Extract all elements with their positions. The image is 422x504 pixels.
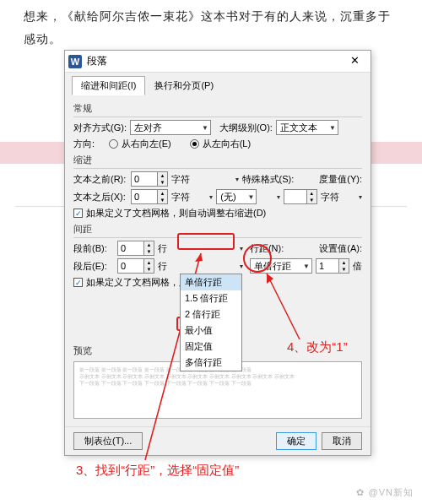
align-combo[interactable]: 左对齐▼: [130, 120, 211, 135]
align-label: 对齐方式(G):: [73, 122, 127, 134]
annot-step4: 4、改为“1”: [287, 339, 348, 355]
button-row: 制表位(T)... 确定 取消: [65, 426, 371, 455]
indent-after-spin[interactable]: 0▲▼: [131, 189, 168, 204]
ltr-label: 从左向右(L): [203, 138, 251, 150]
close-button[interactable]: ✕: [342, 53, 367, 70]
chevron-down-icon: ▼: [300, 263, 310, 270]
space-after-label: 段后(E):: [73, 260, 114, 273]
outline-label: 大纲级别(O):: [219, 122, 273, 134]
linespacing-option[interactable]: 2 倍行距: [181, 306, 241, 322]
linespacing-option[interactable]: 多倍行距: [181, 355, 241, 371]
space-before-spin[interactable]: 0▲▼: [117, 241, 154, 256]
ltr-radio[interactable]: [190, 139, 199, 149]
group-spacing: 间距: [73, 223, 362, 236]
cancel-button[interactable]: 取消: [322, 432, 362, 450]
outline-combo[interactable]: 正文文本▼: [276, 120, 338, 135]
special-label: 特殊格式(S):: [242, 173, 295, 186]
setvalue-label: 设置值(A):: [319, 242, 362, 255]
chevron-down-icon: ▼: [244, 193, 254, 201]
measure-spin[interactable]: ▲▼: [284, 189, 317, 204]
tabs-button[interactable]: 制表位(T)...: [73, 432, 143, 450]
watermark: ✿ @VN新知: [356, 486, 414, 499]
linespacing-option[interactable]: 1.5 倍行距: [181, 290, 241, 306]
rtl-label: 从右向左(E): [122, 138, 171, 150]
linespacing-option[interactable]: 固定值: [181, 339, 241, 355]
space-before-label: 段前(B):: [73, 242, 114, 255]
chevron-down-icon: ▼: [326, 124, 336, 132]
special-combo[interactable]: (无)▼: [216, 189, 257, 204]
dialog-title: 段落: [87, 54, 342, 68]
measure-label: 度量值(Y):: [319, 173, 362, 186]
group-general: 常规: [73, 102, 362, 115]
indent-before-label: 文本之前(R):: [73, 173, 127, 186]
spacing-grid-check[interactable]: ✓: [73, 278, 83, 287]
space-after-spin[interactable]: 0▲▼: [117, 258, 154, 274]
annot-step3: 3、找到“行距”，选择“固定值”: [76, 463, 239, 479]
linespacing-option[interactable]: 最小值: [181, 322, 241, 339]
linespacing-combo[interactable]: 单倍行距▼: [250, 258, 312, 274]
dir-label: 方向:: [73, 138, 106, 150]
indent-after-label: 文本之后(X):: [73, 191, 127, 203]
tab-indent-spacing[interactable]: 缩进和间距(I): [72, 76, 145, 95]
paragraph-dialog: W 段落 ✕ 缩进和间距(I) 换行和分页(P) 常规 对齐方式(G): 左对齐…: [64, 50, 371, 456]
tab-line-page[interactable]: 换行和分页(P): [145, 76, 223, 95]
ok-button[interactable]: 确定: [276, 432, 316, 450]
tab-strip: 缩进和间距(I) 换行和分页(P): [65, 73, 371, 95]
linespacing-label: 行距(N):: [250, 242, 284, 255]
rtl-radio[interactable]: [109, 139, 118, 149]
indent-grid-label: 如果定义了文档网格，则自动调整右缩进(D): [86, 207, 266, 219]
setvalue-spin[interactable]: 1▲▼: [316, 258, 349, 274]
titlebar: W 段落 ✕: [65, 51, 371, 73]
chevron-down-icon: ▼: [198, 124, 208, 132]
tab-body: 常规 对齐方式(G): 左对齐▼ 大纲级别(O): 正文文本▼ 方向: 从右向左…: [65, 95, 371, 426]
linespacing-dropdown[interactable]: 单倍行距1.5 倍行距2 倍行距最小值固定值多倍行距: [180, 274, 242, 371]
background-text: 想来，《献给阿尔吉侬一束花》这本书对于有的人来说，沉重多于 感动。: [24, 5, 414, 50]
group-indent: 缩进: [73, 154, 362, 166]
indent-before-spin[interactable]: 0▲▼: [131, 171, 168, 187]
linespacing-option[interactable]: 单倍行距: [181, 274, 241, 290]
indent-grid-check[interactable]: ✓: [73, 209, 83, 218]
word-icon: W: [68, 55, 82, 68]
